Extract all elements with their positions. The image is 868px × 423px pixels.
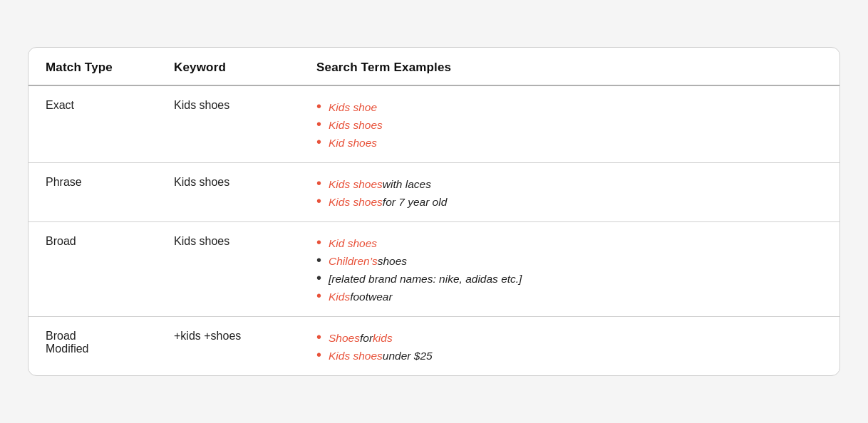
header-match-type: Match Type <box>29 48 157 85</box>
bullet-icon: • <box>316 194 321 208</box>
header-keyword: Keyword <box>157 48 299 85</box>
bullet-icon: • <box>316 288 321 303</box>
example-rest-text: footwear <box>350 291 392 303</box>
example-rest-text: shoes <box>378 255 407 268</box>
list-item: •Kids shoe <box>316 99 822 114</box>
example-text: [related brand names: nike, adidas etc.] <box>329 273 522 286</box>
bullet-icon: • <box>316 235 321 249</box>
bullet-icon: • <box>316 253 321 267</box>
list-item: •Shoes for kids <box>316 330 822 345</box>
list-item: •Children’s shoes <box>316 253 822 268</box>
list-item: •Kids shoes <box>316 117 822 132</box>
cell-keyword: Kids shoes <box>157 85 299 163</box>
highlighted-keyword: Kids shoes <box>329 350 383 362</box>
main-table-container: Match Type Keyword Search Term Examples … <box>28 47 840 376</box>
cell-keyword: +kids +shoes <box>157 317 299 376</box>
table-row: BroadKids shoes•Kid shoes•Children’s sho… <box>29 222 839 317</box>
example-rest-text: under $25 <box>383 350 433 362</box>
cell-match-type: Exact <box>29 85 157 163</box>
list-item: •Kids shoes with laces <box>316 176 822 191</box>
list-item: •Kids shoes for 7 year old <box>316 194 822 209</box>
header-search-term-examples: Search Term Examples <box>299 48 839 85</box>
cell-examples: •Kids shoes with laces•Kids shoes for 7 … <box>299 163 839 222</box>
cell-match-type: Phrase <box>29 163 157 222</box>
list-item: •Kid shoes <box>316 135 822 150</box>
highlighted-keyword: Kids <box>329 291 350 303</box>
highlighted-keyword: Kids shoes <box>329 196 383 209</box>
cell-examples: •Kid shoes•Children’s shoes•[related bra… <box>299 222 839 317</box>
list-item: •[related brand names: nike, adidas etc.… <box>316 271 822 286</box>
example-rest-text: for 7 year old <box>383 196 447 209</box>
highlighted-keyword: Kid shoes <box>329 237 377 250</box>
highlighted-keyword: Kids shoes <box>329 178 383 191</box>
example-text: for <box>360 332 373 345</box>
examples-list: •Kids shoes with laces•Kids shoes for 7 … <box>316 176 822 209</box>
highlighted-keyword: Kids shoe <box>329 101 377 114</box>
cell-examples: •Shoes for kids•Kids shoes under $25 <box>299 317 839 376</box>
list-item: •Kid shoes <box>316 235 822 250</box>
bullet-icon: • <box>316 117 321 131</box>
highlighted-keyword: kids <box>373 332 393 345</box>
bullet-icon: • <box>316 330 321 344</box>
examples-list: •Kids shoe•Kids shoes•Kid shoes <box>316 99 822 150</box>
highlighted-keyword: Shoes <box>329 332 360 345</box>
examples-list: •Kid shoes•Children’s shoes•[related bra… <box>316 235 822 303</box>
list-item: •Kids footwear <box>316 288 822 303</box>
match-type-table: Match Type Keyword Search Term Examples … <box>29 48 839 375</box>
bullet-icon: • <box>316 99 321 113</box>
example-rest-text: with laces <box>383 178 431 191</box>
highlighted-keyword: Children’s <box>329 255 378 268</box>
table-header-row: Match Type Keyword Search Term Examples <box>29 48 839 85</box>
table-row: PhraseKids shoes•Kids shoes with laces•K… <box>29 163 839 222</box>
cell-keyword: Kids shoes <box>157 222 299 317</box>
bullet-icon: • <box>316 135 321 149</box>
bullet-icon: • <box>316 271 321 285</box>
cell-match-type: Broad <box>29 222 157 317</box>
highlighted-keyword: Kid shoes <box>329 137 377 150</box>
table-row: Broad Modified+kids +shoes•Shoes for kid… <box>29 317 839 376</box>
examples-list: •Shoes for kids•Kids shoes under $25 <box>316 330 822 362</box>
cell-match-type: Broad Modified <box>29 317 157 376</box>
bullet-icon: • <box>316 176 321 190</box>
bullet-icon: • <box>316 348 321 362</box>
cell-examples: •Kids shoe•Kids shoes•Kid shoes <box>299 85 839 163</box>
cell-keyword: Kids shoes <box>157 163 299 222</box>
list-item: •Kids shoes under $25 <box>316 348 822 362</box>
highlighted-keyword: Kids shoes <box>329 119 383 132</box>
table-row: ExactKids shoes•Kids shoe•Kids shoes•Kid… <box>29 85 839 163</box>
